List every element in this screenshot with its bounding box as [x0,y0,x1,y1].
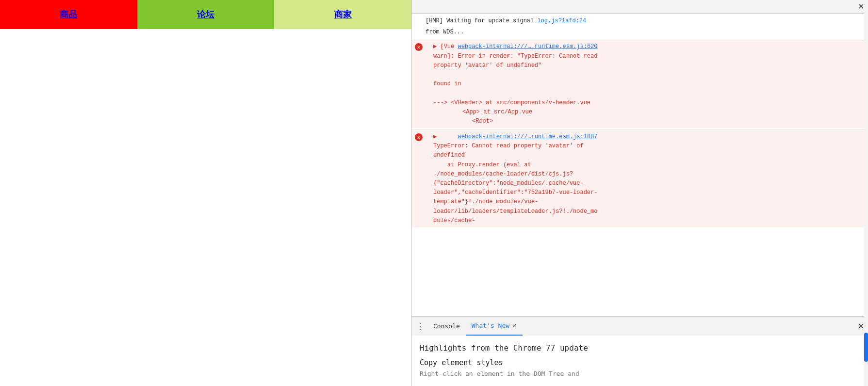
error-line: ./node_modules/cache-loader/dist/cjs.js? [433,170,864,179]
whats-new-title: Highlights from the Chrome 77 update [420,343,860,353]
error-line: undefined [433,151,864,160]
hmr-message: [HMR] Waiting for update signal log.js?1… [412,16,868,27]
whats-new-panel: Highlights from the Chrome 77 update Cop… [412,336,868,386]
tab-console-label: Console [433,322,460,330]
nav-goods-link[interactable]: 商品 [60,9,77,20]
error-line: ▶ [Vue webpack-internal:///….runtime.esm… [433,42,864,51]
error-line: dules/cache- [433,216,864,225]
error-line: ▶ webpack-internal:///…runtime.esm.js:18… [433,132,864,142]
error-block-2: ✕ ▶ webpack-internal:///…runtime.esm.js:… [412,130,868,227]
separator-2 [412,129,868,129]
hmr-message-2: from WDS... [412,27,868,38]
panel-close-button[interactable]: ✕ [858,322,864,331]
error-line: <App> at src/App.vue [433,108,864,117]
tab-whats-new-label: What's New [472,322,509,329]
app-preview: 商品 论坛 商家 [0,0,411,386]
nav-bar: 商品 论坛 商家 [0,0,411,29]
separator [412,39,868,39]
error-line: TypeError: Cannot read property 'avatar'… [433,142,864,151]
error-link-2[interactable]: webpack-internal:///…runtime.esm.js:1887 [458,133,597,140]
app-content [0,29,411,386]
error-link-1[interactable]: webpack-internal:///….runtime.esm.js:620 [458,43,597,50]
nav-merchant-link[interactable]: 商家 [334,9,352,20]
hmr-link[interactable]: log.js?1afd:24 [537,17,586,24]
tab-whats-new[interactable]: What's New ✕ [466,317,523,336]
error-line: warn]: Error in render: "TypeError: Cann… [433,52,864,61]
tab-console[interactable]: Console [427,317,466,336]
error-line: loader/lib/loaders/templateLoader.js?!./… [433,207,864,216]
hmr-text: [HMR] Waiting for update signal [426,17,537,24]
whats-new-feature-title: Copy element styles [420,358,860,367]
error-block-1: ✕ ▶ [Vue webpack-internal:///….runtime.e… [412,40,868,128]
error-line: found in [433,80,864,89]
nav-forum-link[interactable]: 论坛 [197,9,214,20]
error-line: loader","cacheIdentifier":"752a19b7-vue-… [433,188,864,197]
error-text-2: ▶ webpack-internal:///…runtime.esm.js:18… [426,132,864,225]
error-icon-1: ✕ [415,43,423,51]
devtools-close-button[interactable]: ✕ [858,2,864,11]
error-line: template"}!./node_modules/vue- [433,197,864,207]
tab-menu-dots[interactable]: ⋮ [416,321,424,331]
error-text-1: ▶ [Vue webpack-internal:///….runtime.esm… [426,42,864,126]
whats-new-feature-desc: Right-click an element in the DOM Tree a… [420,369,860,379]
error-line: ---> <VHeader> at src/components/v-heade… [433,98,864,108]
nav-goods[interactable]: 商品 [0,0,137,29]
error-line: {"cacheDirectory":"node_modules/.cache/v… [433,179,864,188]
scrollbar[interactable] [864,0,868,386]
error-spacer [433,89,864,98]
error-line: property 'avatar' of undefined" [433,61,864,70]
devtools-toolbar: ✕ [412,0,868,14]
nav-forum[interactable]: 论坛 [137,0,275,29]
error-line: at Proxy.render (eval at [433,161,864,170]
bottom-tabs: ⋮ Console What's New ✕ ✕ [412,316,868,336]
console-output: [HMR] Waiting for update signal log.js?1… [412,14,868,316]
tab-close-icon[interactable]: ✕ [512,322,516,329]
error-spacer [433,70,864,80]
scrollbar-thumb[interactable] [864,333,868,362]
error-icon-2: ✕ [415,133,423,141]
nav-merchant[interactable]: 商家 [274,0,411,29]
error-line: <Root> [433,117,864,126]
devtools-panel: ✕ [HMR] Waiting for update signal log.js… [411,0,868,386]
